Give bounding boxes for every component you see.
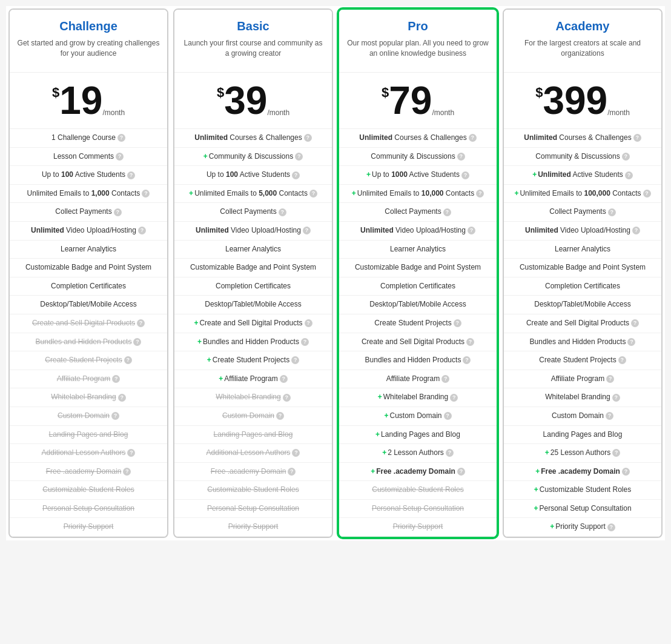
- info-icon[interactable]: ?: [279, 208, 286, 216]
- info-icon[interactable]: ?: [612, 449, 620, 457]
- price-dollar-sign: $: [382, 86, 389, 99]
- info-icon[interactable]: ?: [305, 319, 312, 327]
- info-icon[interactable]: ?: [295, 153, 303, 161]
- info-icon[interactable]: ?: [454, 319, 461, 327]
- info-icon[interactable]: ?: [450, 394, 458, 402]
- plus-icon: +: [535, 467, 540, 476]
- feature-item: Learner Analytics: [504, 241, 661, 259]
- plan-price-academy: $399/month: [504, 72, 661, 129]
- info-icon[interactable]: ?: [291, 356, 299, 364]
- info-icon[interactable]: ?: [309, 190, 317, 198]
- info-icon[interactable]: ?: [116, 153, 124, 161]
- plus-icon: +: [378, 393, 382, 401]
- plus-icon: +: [514, 189, 518, 198]
- info-icon[interactable]: ?: [461, 171, 469, 179]
- info-icon[interactable]: ?: [468, 227, 475, 234]
- info-icon[interactable]: ?: [133, 338, 141, 346]
- feature-item: Unlimited Courses & Challenges?: [174, 129, 332, 148]
- feature-item: Customizable Student Roles: [174, 481, 332, 500]
- features-list-pro: Unlimited Courses & Challenges?Community…: [339, 129, 497, 537]
- feature-item: +Free .academy Domain?: [504, 463, 661, 482]
- info-icon[interactable]: ?: [118, 394, 126, 402]
- feature-item: Customizable Badge and Point System: [339, 259, 497, 277]
- info-icon[interactable]: ?: [457, 468, 465, 476]
- price-dollar-sign: $: [535, 86, 543, 99]
- info-icon[interactable]: ?: [283, 394, 291, 402]
- price-amount-pro: 79: [389, 81, 432, 120]
- info-icon[interactable]: ?: [606, 375, 614, 383]
- info-icon[interactable]: ?: [123, 468, 131, 476]
- feature-item: Custom Domain?: [174, 407, 332, 426]
- plan-price-challenge: $19/month: [10, 72, 167, 129]
- feature-item: +Create and Sell Digital Products?: [174, 314, 332, 333]
- feature-item: 1 Challenge Course?: [10, 129, 167, 148]
- info-icon[interactable]: ?: [627, 338, 635, 346]
- info-icon[interactable]: ?: [631, 319, 639, 327]
- info-icon[interactable]: ?: [612, 394, 620, 402]
- info-icon[interactable]: ?: [111, 412, 119, 420]
- info-icon[interactable]: ?: [127, 449, 135, 457]
- feature-bold-text: 100,000: [584, 189, 610, 198]
- info-icon[interactable]: ?: [112, 375, 120, 383]
- info-icon[interactable]: ?: [303, 227, 311, 234]
- feature-item: Up to 100 Active Students?: [10, 166, 167, 185]
- feature-item: Landing Pages and Blog: [174, 426, 332, 445]
- feature-item: Community & Discussions?: [504, 148, 661, 167]
- feature-item: +Custom Domain?: [339, 407, 497, 426]
- feature-item: +Unlimited Emails to 10,000 Contacts?: [339, 185, 497, 204]
- info-icon[interactable]: ?: [618, 356, 626, 364]
- info-icon[interactable]: ?: [292, 171, 300, 179]
- info-icon[interactable]: ?: [137, 319, 145, 327]
- feature-item: Unlimited Emails to 1,000 Contacts?: [10, 185, 167, 204]
- info-icon[interactable]: ?: [476, 190, 484, 198]
- info-icon[interactable]: ?: [443, 208, 451, 216]
- feature-bold-text: Unlimited: [196, 226, 229, 234]
- info-icon[interactable]: ?: [446, 449, 454, 457]
- info-icon[interactable]: ?: [117, 134, 125, 142]
- info-icon[interactable]: ?: [127, 171, 135, 179]
- info-icon[interactable]: ?: [444, 412, 452, 420]
- info-icon[interactable]: ?: [457, 153, 465, 161]
- feature-bold-text: Unlimited: [524, 133, 557, 142]
- feature-item: Desktop/Tablet/Mobile Access: [174, 296, 332, 314]
- info-icon[interactable]: ?: [608, 208, 616, 216]
- info-icon[interactable]: ?: [632, 227, 640, 234]
- feature-bold-text: 1000: [391, 170, 408, 179]
- feature-item: Customizable Badge and Point System: [10, 259, 167, 277]
- info-icon[interactable]: ?: [114, 208, 122, 216]
- info-icon[interactable]: ?: [288, 468, 296, 476]
- info-icon[interactable]: ?: [142, 190, 150, 198]
- feature-item: Custom Domain?: [10, 407, 167, 426]
- info-icon[interactable]: ?: [280, 375, 288, 383]
- info-icon[interactable]: ?: [633, 134, 641, 142]
- info-icon[interactable]: ?: [469, 134, 477, 142]
- feature-item: Free .academy Domain?: [174, 463, 332, 482]
- info-icon[interactable]: ?: [138, 227, 146, 234]
- info-icon[interactable]: ?: [441, 375, 449, 383]
- info-icon[interactable]: ?: [124, 356, 132, 364]
- info-icon[interactable]: ?: [276, 412, 284, 420]
- price-amount-basic: 39: [224, 81, 267, 120]
- info-icon[interactable]: ?: [466, 338, 474, 346]
- info-icon[interactable]: ?: [643, 190, 651, 198]
- plus-icon: +: [219, 374, 223, 383]
- plus-icon: +: [384, 411, 388, 420]
- feature-item: +Free .academy Domain?: [339, 463, 497, 482]
- info-icon[interactable]: ?: [463, 356, 471, 364]
- feature-item: Community & Discussions?: [339, 148, 497, 167]
- feature-item: Create and Sell Digital Products?: [10, 314, 167, 333]
- feature-item: +2 Lesson Authors?: [339, 444, 497, 463]
- info-icon[interactable]: ?: [606, 412, 613, 420]
- info-icon[interactable]: ?: [292, 449, 300, 457]
- plan-header-basic: BasicLaunch your first course and commun…: [174, 10, 332, 72]
- feature-item: Customizable Badge and Point System: [504, 259, 661, 277]
- plus-icon: +: [366, 170, 371, 179]
- info-icon[interactable]: ?: [607, 523, 615, 531]
- info-icon[interactable]: ?: [304, 134, 312, 142]
- feature-bold-text: Unlimited: [538, 170, 571, 179]
- info-icon[interactable]: ?: [622, 153, 630, 161]
- info-icon[interactable]: ?: [625, 171, 633, 179]
- plan-desc-basic: Launch your first course and community a…: [182, 38, 325, 62]
- info-icon[interactable]: ?: [301, 338, 309, 346]
- info-icon[interactable]: ?: [622, 468, 630, 476]
